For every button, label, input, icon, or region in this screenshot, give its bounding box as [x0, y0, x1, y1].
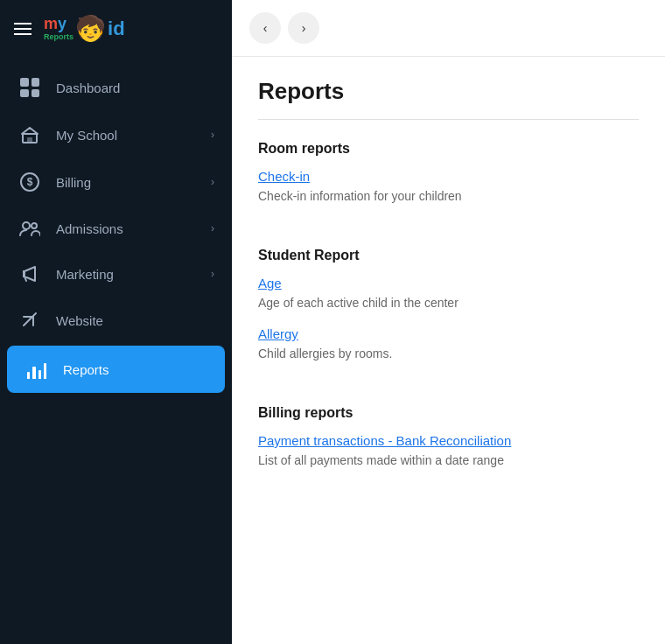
top-bar: ‹ ›: [232, 0, 665, 57]
admissions-icon: [18, 220, 42, 237]
sidebar: my Reports 🧒 id Dashboard: [0, 0, 232, 644]
report-item-payment-transactions: Payment transactions - Bank Reconciliati…: [258, 433, 639, 470]
sidebar-label-admissions: Admissions: [56, 221, 197, 236]
sidebar-item-dashboard[interactable]: Dashboard: [0, 64, 232, 111]
svg-point-3: [23, 222, 30, 229]
logo-id-text: id: [108, 18, 125, 40]
page-title: Reports: [232, 57, 665, 119]
report-item-allergy: Allergy Child allergies by rooms.: [258, 326, 639, 363]
sidebar-item-billing[interactable]: $ Billing ›: [0, 158, 232, 206]
sidebar-item-reports[interactable]: Reports: [7, 346, 225, 393]
admissions-arrow-icon: ›: [211, 222, 214, 234]
my-school-arrow-icon: ›: [211, 129, 214, 141]
billing-icon: $: [18, 172, 42, 192]
section-room-reports: Room reports Check-in Check-in informati…: [258, 141, 639, 220]
sidebar-item-website[interactable]: Website: [0, 297, 232, 344]
sidebar-item-admissions[interactable]: Admissions ›: [0, 206, 232, 251]
report-link-allergy[interactable]: Allergy: [258, 326, 639, 341]
logo-m: m: [44, 15, 58, 32]
logo-my: my: [44, 16, 74, 32]
back-button[interactable]: ‹: [249, 12, 281, 44]
sidebar-item-my-school[interactable]: My School ›: [0, 111, 232, 158]
svg-marker-1: [22, 128, 38, 134]
sidebar-label-reports: Reports: [63, 362, 207, 377]
sidebar-header: my Reports 🧒 id: [0, 0, 232, 57]
report-link-payment-transactions[interactable]: Payment transactions - Bank Reconciliati…: [258, 433, 639, 448]
marketing-arrow-icon: ›: [211, 268, 214, 280]
section-title-room-reports: Room reports: [258, 141, 639, 157]
svg-point-4: [32, 223, 37, 228]
sidebar-item-marketing[interactable]: Marketing ›: [0, 251, 232, 297]
svg-rect-2: [27, 137, 32, 143]
forward-button[interactable]: ›: [288, 12, 319, 44]
logo: my Reports 🧒 id: [44, 16, 125, 41]
logo-y: y: [58, 15, 66, 32]
section-title-student-report: Student Report: [258, 248, 639, 263]
sidebar-label-billing: Billing: [56, 175, 197, 190]
marketing-icon: [18, 265, 42, 283]
report-desc-age: Age of each active child in the center: [258, 296, 458, 310]
report-item-age: Age Age of each active child in the cent…: [258, 276, 639, 312]
logo-text-group: my Reports: [44, 16, 74, 41]
section-title-billing-reports: Billing reports: [258, 405, 639, 421]
report-link-age[interactable]: Age: [258, 276, 639, 290]
billing-arrow-icon: ›: [211, 176, 214, 188]
reports-icon: [24, 360, 49, 379]
sidebar-label-marketing: Marketing: [56, 267, 197, 282]
title-divider: [258, 119, 639, 120]
sidebar-label-dashboard: Dashboard: [56, 80, 214, 95]
report-desc-payment-transactions: List of all payments made within a date …: [258, 453, 504, 467]
sidebar-label-my-school: My School: [56, 128, 197, 143]
reports-content: Room reports Check-in Check-in informati…: [232, 141, 665, 510]
section-student-report: Student Report Age Age of each active ch…: [258, 248, 639, 377]
logo-kid-emoji: 🧒: [75, 17, 106, 41]
logo-reports-sub: Reports: [44, 33, 74, 41]
report-item-check-in: Check-in Check-in information for your c…: [258, 169, 639, 206]
hamburger-menu-icon[interactable]: [14, 23, 32, 35]
report-desc-check-in: Check-in information for your children: [258, 189, 462, 203]
main-content: ‹ › Reports Room reports Check-in Check-…: [232, 0, 665, 644]
school-icon: [18, 125, 42, 144]
sidebar-label-website: Website: [56, 313, 214, 328]
report-link-check-in[interactable]: Check-in: [258, 169, 639, 184]
section-billing-reports: Billing reports Payment transactions - B…: [258, 405, 639, 484]
website-icon: [18, 311, 42, 330]
report-desc-allergy: Child allergies by rooms.: [258, 346, 392, 360]
sidebar-nav: Dashboard My School › $ Billing ›: [0, 57, 232, 644]
dashboard-icon: [18, 78, 42, 97]
